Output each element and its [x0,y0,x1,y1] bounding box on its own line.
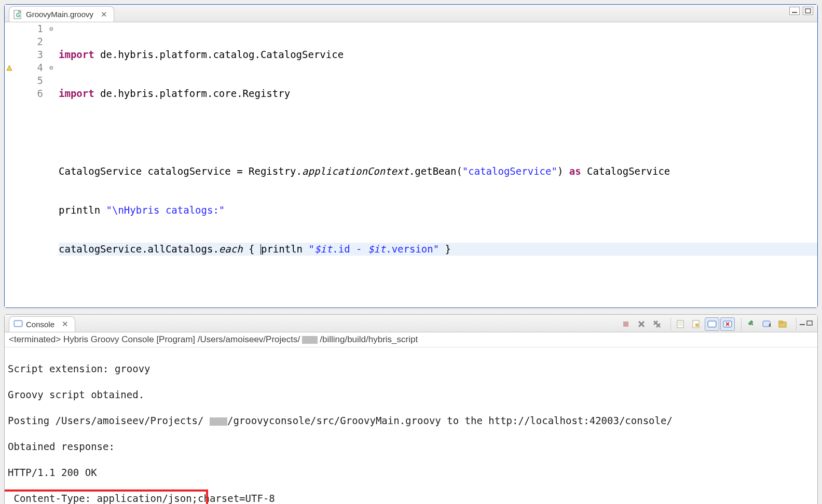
minimize-button[interactable] [799,320,806,328]
redacted-text [210,417,227,426]
remove-launch-button[interactable] [634,317,649,331]
console-icon [13,319,23,329]
code-editor[interactable]: 1 2 3 4 5 6 ⊖ ⊖ import de.hybris.platfor… [5,22,817,307]
code-content[interactable]: import de.hybris.platform.catalog.Catalo… [56,22,817,282]
redacted-text [302,336,318,344]
editor-tab-label: GroovyMain.groovy [26,10,93,19]
console-launch-header: <terminated> Hybris Groovy Console [Prog… [5,332,817,347]
svg-rect-6 [623,321,628,327]
console-output[interactable]: Script extension: groovy Groovy script o… [5,347,817,504]
editor-panel: G GroovyMain.groovy ✕ 1 2 3 4 5 6 ⊖ [4,4,818,308]
close-icon[interactable]: ✕ [62,319,68,329]
minimize-button[interactable] [789,7,800,15]
console-toolbar: Console ✕ [5,315,817,332]
svg-rect-9 [695,324,698,327]
scroll-lock-button[interactable] [689,317,704,331]
line-number-gutter: 1 2 3 4 5 6 [14,22,47,282]
editor-tab[interactable]: G GroovyMain.groovy ✕ [9,6,114,22]
console-tab[interactable]: Console ✕ [9,316,75,332]
clear-console-button[interactable] [674,317,688,331]
editor-tab-bar: G GroovyMain.groovy ✕ [5,5,817,22]
fold-toggle-icon[interactable]: ⊖ [49,22,53,35]
console-tab-label: Console [26,320,54,329]
fold-column: ⊖ ⊖ [47,22,56,282]
fold-toggle-icon[interactable]: ⊖ [49,61,53,74]
marker-column [5,22,14,282]
svg-rect-18 [807,321,812,325]
groovy-file-icon: G [13,10,23,19]
svg-rect-11 [709,322,715,326]
stop-button[interactable] [619,317,633,331]
open-console-button[interactable] [775,317,790,331]
show-console-error-button[interactable] [720,317,735,331]
svg-rect-2 [792,12,797,13]
maximize-button[interactable] [806,320,813,328]
svg-rect-7 [677,320,683,328]
svg-rect-16 [779,321,783,323]
close-icon[interactable]: ✕ [101,10,107,19]
warning-marker-icon [6,64,13,72]
maximize-button[interactable] [803,7,813,15]
editor-window-controls [789,7,813,15]
svg-rect-5 [15,321,21,326]
svg-text:G: G [16,12,20,18]
pin-console-button[interactable] [744,317,759,331]
svg-rect-17 [800,324,805,325]
show-console-output-button[interactable] [705,317,719,331]
svg-rect-3 [805,9,811,13]
svg-rect-14 [763,321,770,327]
console-panel: Console ✕ <terminated> Hybris Groovy Con… [4,314,818,504]
display-selected-console-button[interactable] [760,317,774,331]
remove-all-button[interactable] [650,317,664,331]
